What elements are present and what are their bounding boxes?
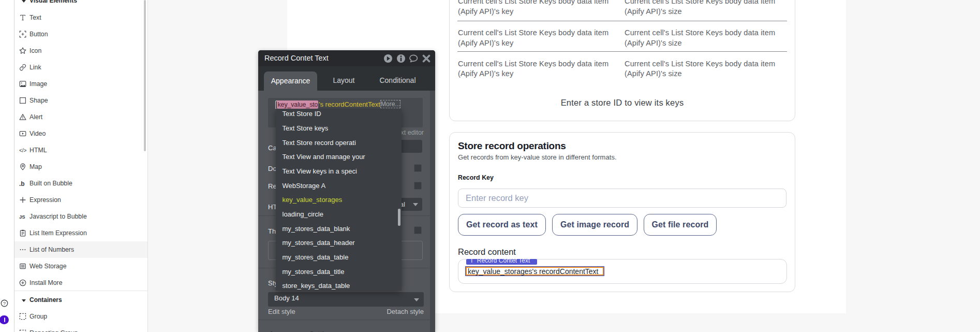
svg-text:?: ? — [3, 300, 6, 306]
svg-text:JS: JS — [19, 214, 25, 220]
svg-text:.b: .b — [19, 180, 25, 187]
svg-text:</>: </> — [19, 148, 27, 153]
